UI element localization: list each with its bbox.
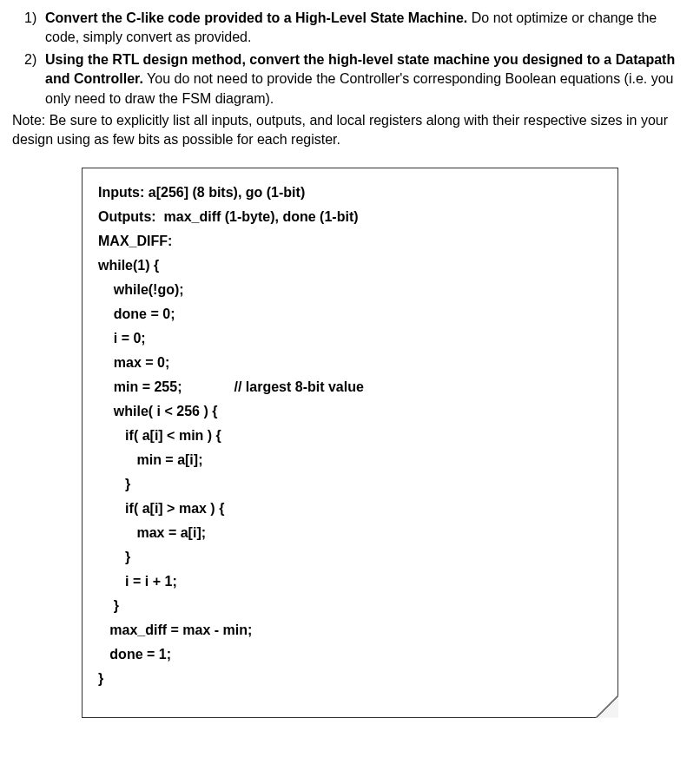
code-line: max = a[i]; bbox=[98, 521, 602, 545]
code-line: done = 1; bbox=[98, 642, 602, 667]
questions-list: 1) Convert the C-like code provided to a… bbox=[12, 9, 688, 109]
code-line: done = 0; bbox=[98, 302, 602, 326]
code-comment: // largest 8-bit value bbox=[234, 375, 363, 399]
note-text: Note: Be sure to explicitly list all inp… bbox=[12, 111, 688, 150]
question-1: 1) Convert the C-like code provided to a… bbox=[45, 9, 688, 48]
page-fold-icon bbox=[596, 695, 618, 718]
code-line: i = 0; bbox=[98, 326, 602, 351]
code-text: min = 255; bbox=[98, 379, 182, 394]
code-line: min = a[i]; bbox=[98, 448, 602, 472]
code-line: max_diff = max - min; bbox=[98, 618, 602, 642]
code-line: } bbox=[98, 545, 602, 570]
question-1-number: 1) bbox=[24, 9, 36, 28]
code-box: Inputs: a[256] (8 bits), go (1-bit) Outp… bbox=[82, 168, 618, 718]
code-line: if( a[i] > max ) { bbox=[98, 497, 602, 521]
question-2-number: 2) bbox=[24, 50, 36, 69]
code-line: while( i < 256 ) { bbox=[98, 399, 602, 424]
question-2: 2) Using the RTL design method, convert … bbox=[45, 50, 688, 109]
code-line: } bbox=[98, 472, 602, 497]
code-line: i = i + 1; bbox=[98, 570, 602, 594]
code-line: Outputs: max_diff (1-byte), done (1-bit) bbox=[98, 205, 602, 229]
code-line: } bbox=[98, 667, 602, 691]
code-line: while(!go); bbox=[98, 278, 602, 302]
code-line: MAX_DIFF: bbox=[98, 229, 602, 254]
code-line: if( a[i] < min ) { bbox=[98, 424, 602, 448]
code-line: max = 0; bbox=[98, 351, 602, 375]
code-line: min = 255;// largest 8-bit value bbox=[98, 375, 602, 399]
code-box-wrapper: Inputs: a[256] (8 bits), go (1-bit) Outp… bbox=[12, 168, 688, 718]
question-1-bold: Convert the C-like code provided to a Hi… bbox=[45, 10, 467, 25]
code-line: Inputs: a[256] (8 bits), go (1-bit) bbox=[98, 181, 602, 205]
code-line: } bbox=[98, 594, 602, 618]
code-line: while(1) { bbox=[98, 254, 602, 278]
